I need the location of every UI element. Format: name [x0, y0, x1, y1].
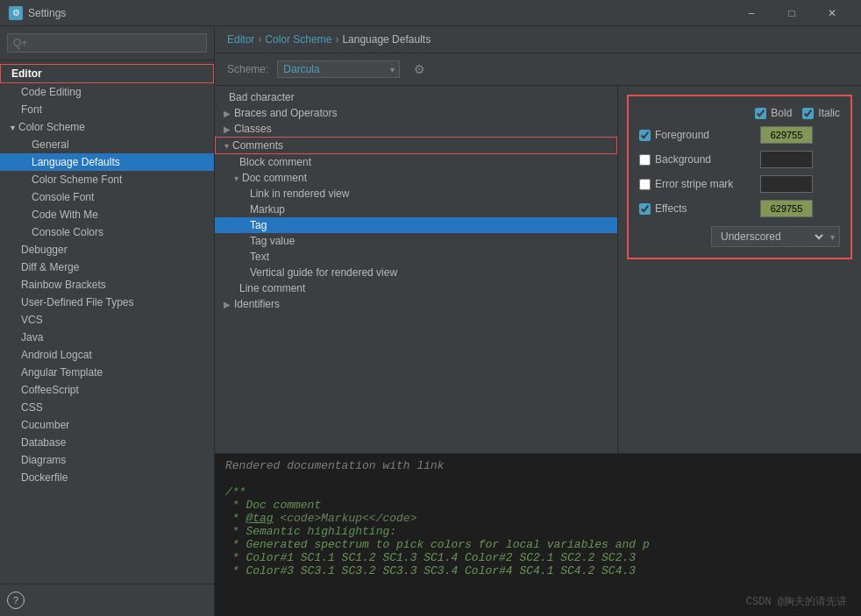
sidebar-item-debugger[interactable]: Debugger	[0, 241, 214, 258]
sidebar-item-code-editing[interactable]: Code Editing	[0, 83, 214, 101]
foreground-checkbox[interactable]	[639, 130, 651, 141]
preview-line-7: * Generated spectrum to pick colors for …	[225, 538, 850, 551]
tree-item-block-comment[interactable]: Block comment	[215, 154, 617, 170]
error-stripe-checkbox[interactable]	[639, 179, 651, 190]
minimize-button[interactable]: –	[731, 0, 772, 26]
tree-item-vertical-guide[interactable]: Vertical guide for rendered view	[215, 265, 617, 280]
background-checkbox-label[interactable]: Background	[639, 153, 753, 166]
sidebar-item-diagrams[interactable]: Diagrams	[0, 451, 214, 469]
sidebar-item-general[interactable]: General	[0, 136, 214, 153]
gear-button[interactable]: ⚙	[409, 59, 430, 80]
sidebar-item-color-scheme-font[interactable]: Color Scheme Font	[0, 171, 214, 188]
foreground-checkbox-label[interactable]: Foreground	[639, 129, 753, 141]
tree-group-comments[interactable]: ▾ Comments	[215, 137, 617, 154]
expand-icon: ▶	[224, 300, 231, 309]
breadcrumb: Editor › Color Scheme › Language Default…	[215, 26, 861, 53]
sidebar-item-database[interactable]: Database	[0, 434, 214, 451]
tree-item-tag-value[interactable]: Tag value	[215, 233, 617, 249]
main-layout: Editor Code Editing Font ▾ Color Scheme …	[0, 26, 861, 616]
sidebar-item-rainbow-brackets[interactable]: Rainbow Brackets	[0, 276, 214, 294]
maximize-button[interactable]: □	[772, 0, 812, 26]
sidebar-item-coffeescript[interactable]: CoffeeScript	[0, 381, 214, 399]
italic-checkbox-label[interactable]: Italic	[802, 107, 840, 119]
sidebar-item-vcs[interactable]: VCS	[0, 311, 214, 329]
foreground-color-swatch[interactable]: 629755	[760, 126, 813, 144]
sidebar-item-color-scheme[interactable]: ▾ Color Scheme	[0, 118, 214, 136]
scheme-bar: Scheme: Darcula Default High Contrast ▾ …	[215, 53, 861, 86]
sidebar-item-console-font[interactable]: Console Font	[0, 188, 214, 206]
sidebar-item-cucumber[interactable]: Cucumber	[0, 416, 214, 434]
effects-color-swatch[interactable]: 629755	[760, 200, 813, 217]
tree-group-braces[interactable]: ▶ Braces and Operators	[215, 105, 617, 121]
effects-checkbox-label[interactable]: Effects	[639, 202, 753, 215]
breadcrumb-color-scheme[interactable]: Color Scheme	[265, 33, 331, 46]
tree-group-label: Doc comment	[242, 172, 307, 184]
bold-checkbox[interactable]	[755, 108, 766, 119]
title-bar-left: ⚙ Settings	[9, 6, 66, 20]
breadcrumb-language-defaults: Language Defaults	[342, 33, 430, 46]
background-checkbox[interactable]	[639, 154, 651, 166]
breadcrumb-sep1: ›	[258, 33, 261, 46]
sidebar-item-editor[interactable]: Editor	[0, 64, 214, 83]
title-bar: ⚙ Settings – □ ✕	[0, 0, 861, 26]
sidebar-item-language-defaults[interactable]: Language Defaults	[0, 153, 214, 171]
help-button[interactable]: ?	[7, 591, 25, 609]
foreground-label: Foreground	[655, 129, 709, 141]
sidebar-item-android-logcat[interactable]: Android Logcat	[0, 346, 214, 364]
search-input[interactable]	[7, 33, 207, 53]
breadcrumb-editor[interactable]: Editor	[227, 33, 254, 46]
sidebar-item-font[interactable]: Font	[0, 101, 214, 118]
preview-line-1: Rendered documentation with link	[225, 459, 850, 472]
scheme-label: Scheme:	[227, 63, 268, 75]
top-section: Bad character ▶ Braces and Operators ▶ C…	[215, 86, 861, 454]
nav-list: Editor Code Editing Font ▾ Color Scheme …	[0, 60, 214, 584]
tree-group-identifiers[interactable]: ▶ Identifiers	[215, 296, 617, 312]
sidebar-item-console-colors[interactable]: Console Colors	[0, 223, 214, 241]
search-box	[0, 26, 214, 60]
expand-icon: ▾	[224, 141, 229, 151]
tree-group-doc-comment[interactable]: ▾ Doc comment	[215, 170, 617, 186]
effects-checkbox[interactable]	[639, 203, 651, 215]
background-label: Background	[655, 153, 711, 166]
effects-row: Effects 629755	[639, 200, 840, 217]
sidebar-item-css[interactable]: CSS	[0, 399, 214, 416]
sidebar-item-user-defined[interactable]: User-Defined File Types	[0, 294, 214, 311]
content-main: Editor › Color Scheme › Language Default…	[215, 26, 861, 616]
preview-line-8: * Color#1 SC1.1 SC1.2 SC1.3 SC1.4 Color#…	[225, 551, 850, 564]
tree-item-markup[interactable]: Markup	[215, 202, 617, 217]
error-stripe-checkbox-label[interactable]: Error stripe mark	[639, 178, 753, 190]
bold-label: Bold	[771, 107, 792, 119]
background-color-swatch[interactable]	[760, 151, 813, 168]
italic-label: Italic	[818, 107, 840, 119]
sidebar-item-code-with-me[interactable]: Code With Me	[0, 206, 214, 223]
foreground-color-value: 629755	[771, 130, 803, 140]
preview-line-9: * Color#3 SC3.1 SC3.2 SC3.3 SC3.4 Color#…	[225, 564, 850, 577]
tree-item-bad-character[interactable]: Bad character	[215, 89, 617, 105]
tree-group-classes[interactable]: ▶ Classes	[215, 121, 617, 137]
tree-item-link-rendered[interactable]: Link in rendered view	[215, 186, 617, 202]
error-stripe-color-swatch[interactable]	[760, 175, 813, 193]
window-controls: – □ ✕	[731, 0, 852, 26]
underscored-select[interactable]: Underscored Underwaved Bordered Strikeou…	[712, 227, 826, 246]
bold-checkbox-label[interactable]: Bold	[755, 107, 792, 119]
sidebar-item-diff-merge[interactable]: Diff & Merge	[0, 258, 214, 276]
italic-checkbox[interactable]	[802, 108, 814, 119]
tree-item-text[interactable]: Text	[215, 249, 617, 265]
close-button[interactable]: ✕	[812, 0, 852, 26]
sidebar-item-java[interactable]: Java	[0, 329, 214, 346]
expand-icon: ▾	[234, 173, 238, 183]
underscored-dropdown-arrow-icon: ▾	[826, 232, 839, 242]
tree-item-line-comment[interactable]: Line comment	[215, 280, 617, 296]
expand-icon: ▶	[224, 124, 231, 134]
sidebar: Editor Code Editing Font ▾ Color Scheme …	[0, 26, 215, 616]
options-box: Bold Italic Foreground	[627, 95, 852, 259]
underscored-row: Underscored Underwaved Bordered Strikeou…	[639, 226, 840, 247]
preview-area: Rendered documentation with link /** * D…	[215, 454, 861, 616]
tree-item-tag[interactable]: Tag	[215, 217, 617, 233]
sidebar-item-dockerfile[interactable]: Dockerfile	[0, 469, 214, 486]
underscored-select-wrapper: Underscored Underwaved Bordered Strikeou…	[711, 226, 840, 247]
watermark: CSDN @胸夫的请先讲	[746, 594, 847, 609]
sidebar-item-angular[interactable]: Angular Template	[0, 364, 214, 381]
error-stripe-label: Error stripe mark	[655, 178, 733, 190]
scheme-select[interactable]: Darcula Default High Contrast	[277, 60, 400, 78]
